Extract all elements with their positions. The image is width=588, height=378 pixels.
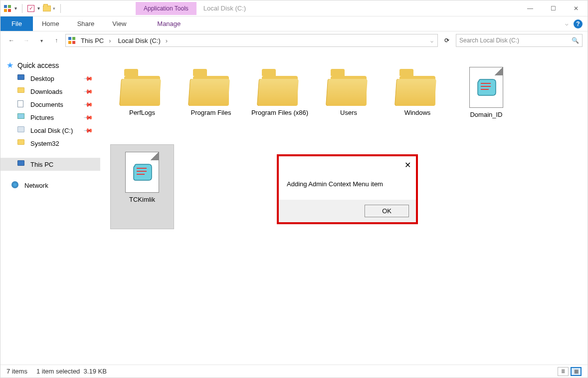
search-icon: 🔍 xyxy=(572,37,579,44)
status-selection: 1 item selected xyxy=(36,368,80,375)
pin-icon: 📌 xyxy=(83,73,94,84)
refresh-button[interactable]: ⟳ xyxy=(441,37,453,44)
tab-home[interactable]: Home xyxy=(33,17,68,30)
sidebar-item-label: Downloads xyxy=(30,88,62,95)
item-label: TCKimlik xyxy=(129,196,155,204)
forward-button[interactable]: → xyxy=(20,34,32,46)
address-dropdown-icon[interactable]: ⌵ xyxy=(430,38,433,43)
collapse-ribbon-icon[interactable]: ⌵ xyxy=(560,20,574,27)
star-icon: ★ xyxy=(6,60,13,70)
item-label: Windows xyxy=(404,109,431,117)
sidebar-item-desktop[interactable]: Desktop 📌 xyxy=(6,72,100,85)
item-label: Program Files xyxy=(191,109,231,117)
sidebar-item-network[interactable]: Network xyxy=(6,179,100,192)
tab-share[interactable]: Share xyxy=(68,17,104,30)
folder-icon xyxy=(327,69,371,106)
file-tab[interactable]: File xyxy=(0,16,33,31)
folder-icon xyxy=(17,87,25,95)
close-button[interactable]: ✕ xyxy=(565,0,588,16)
item-label: Domain_ID xyxy=(470,111,502,119)
status-item-count: 7 items xyxy=(6,368,27,375)
properties-qat-icon[interactable]: ✓ xyxy=(27,5,34,12)
sidebar-item-system32[interactable]: System32 xyxy=(6,137,100,150)
file-item[interactable]: Domain_ID xyxy=(454,59,518,144)
status-size: 3.19 KB xyxy=(84,368,107,375)
document-icon xyxy=(17,100,25,108)
folder-icon xyxy=(120,69,164,106)
folder-item[interactable]: Users xyxy=(317,59,381,144)
sidebar-item-label: This PC xyxy=(30,161,53,168)
script-file-icon xyxy=(125,152,159,193)
pin-icon: 📌 xyxy=(83,99,94,110)
pictures-icon xyxy=(17,113,25,121)
breadcrumb-local-disk[interactable]: Local Disk (C:) xyxy=(116,36,170,45)
folder-item[interactable]: Windows xyxy=(386,59,449,144)
disk-icon xyxy=(17,126,25,134)
folder-icon xyxy=(258,69,302,106)
explorer-app-icon xyxy=(3,4,11,12)
dialog-titlebar: ✕ xyxy=(279,156,416,173)
tab-manage[interactable]: Manage xyxy=(148,17,190,30)
sidebar-item-label: Documents xyxy=(30,101,63,108)
pin-icon: 📌 xyxy=(83,125,94,136)
address-bar[interactable]: This PC Local Disk (C:) ⌵ xyxy=(65,34,438,47)
sidebar-item-pictures[interactable]: Pictures 📌 xyxy=(6,111,100,124)
sidebar-item-label: Local Disk (C:) xyxy=(30,127,73,134)
sidebar-item-label: Desktop xyxy=(30,75,54,82)
quick-access-header[interactable]: ★ Quick access xyxy=(6,58,100,72)
message-dialog: ✕ Adding Admin Context Menu item OK xyxy=(277,154,418,224)
maximize-button[interactable]: ☐ xyxy=(542,0,565,16)
sidebar-item-downloads[interactable]: Downloads 📌 xyxy=(6,85,100,98)
new-folder-qat-icon[interactable] xyxy=(43,5,51,11)
search-placeholder: Search Local Disk (C:) xyxy=(459,37,519,44)
titlebar: ▾ ✓ ▾ ▾ Application Tools Local Disk (C:… xyxy=(0,0,588,16)
item-label: PerfLogs xyxy=(129,109,155,117)
icons-view-button[interactable]: ▦ xyxy=(571,367,582,376)
recent-locations-icon[interactable]: ▾ xyxy=(35,34,47,46)
sidebar-item-label: Pictures xyxy=(30,114,54,121)
sidebar-item-this-pc[interactable]: This PC xyxy=(0,158,100,171)
back-button[interactable]: ← xyxy=(5,34,17,46)
folder-icon xyxy=(395,69,439,106)
ok-button[interactable]: OK xyxy=(365,205,409,217)
navigation-pane: ★ Quick access Desktop 📌 Downloads 📌 Doc… xyxy=(0,49,100,366)
pin-icon: 📌 xyxy=(83,86,94,97)
folder-item[interactable]: Program Files (x86) xyxy=(248,59,312,144)
ribbon-context-label: Application Tools xyxy=(136,2,196,15)
script-file-icon xyxy=(469,67,503,108)
folder-icon xyxy=(189,69,233,106)
details-view-button[interactable]: ≣ xyxy=(558,367,569,376)
sidebar-item-local-disk[interactable]: Local Disk (C:) 📌 xyxy=(6,124,100,137)
network-icon xyxy=(11,181,19,189)
item-label: Users xyxy=(340,109,357,117)
item-label: Program Files (x86) xyxy=(251,109,308,117)
pin-icon: 📌 xyxy=(83,112,94,123)
sidebar-item-documents[interactable]: Documents 📌 xyxy=(6,98,100,111)
quick-access-label: Quick access xyxy=(17,61,59,69)
file-item[interactable]: TCKimlik xyxy=(110,144,174,229)
qat-dropdown-icon[interactable]: ▾ xyxy=(14,5,17,11)
folder-item[interactable]: PerfLogs xyxy=(110,59,174,144)
breadcrumb-this-pc[interactable]: This PC xyxy=(79,36,113,45)
status-bar: 7 items 1 item selected 3.19 KB ≣ ▦ xyxy=(0,365,588,378)
sidebar-item-label: System32 xyxy=(30,140,59,147)
up-button[interactable]: ↑ xyxy=(50,34,62,46)
ribbon-tabs: File Home Share View Manage ⌵ ? xyxy=(0,16,588,31)
folder-icon xyxy=(17,139,25,147)
window-controls: — ☐ ✕ xyxy=(519,0,588,16)
minimize-button[interactable]: — xyxy=(519,0,542,16)
this-pc-icon xyxy=(17,160,25,168)
this-pc-icon xyxy=(68,36,76,44)
folder-item[interactable]: Program Files xyxy=(179,59,243,144)
dialog-message: Adding Admin Context Menu item xyxy=(279,173,416,200)
qat-dropdown-2-icon[interactable]: ▾ xyxy=(37,5,40,11)
desktop-icon xyxy=(17,74,25,82)
window-title: Local Disk (C:) xyxy=(203,4,246,12)
sidebar-item-label: Network xyxy=(24,182,48,189)
dialog-close-button[interactable]: ✕ xyxy=(404,160,411,170)
navigation-bar: ← → ▾ ↑ This PC Local Disk (C:) ⌵ ⟳ Sear… xyxy=(0,31,588,49)
quick-access-toolbar: ▾ ✓ ▾ ▾ xyxy=(0,4,66,13)
tab-view[interactable]: View xyxy=(103,17,135,30)
help-icon[interactable]: ? xyxy=(574,19,583,28)
search-input[interactable]: Search Local Disk (C:) 🔍 xyxy=(456,34,583,47)
